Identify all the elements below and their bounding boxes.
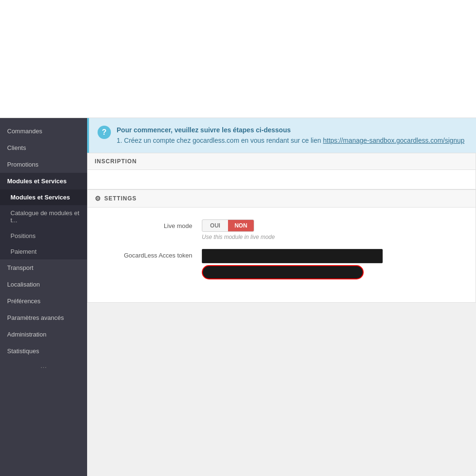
gear-icon: ⚙	[95, 195, 101, 202]
settings-header: ⚙ SETTINGS	[88, 190, 476, 208]
token-input-second[interactable]	[202, 265, 364, 279]
sidebar-item-statistiques[interactable]: Statistiques	[0, 343, 87, 359]
sidebar-subitem-positions[interactable]: Positions	[0, 228, 87, 244]
toggle-non-button[interactable]: NON	[228, 220, 254, 231]
live-mode-hint: Use this module in live mode	[202, 234, 466, 240]
sidebar-item-promotions[interactable]: Promotions	[0, 156, 87, 173]
info-banner: ? Pour commencer, veuillez suivre les ét…	[87, 118, 476, 153]
toggle-oui-button[interactable]: OUI	[202, 220, 228, 231]
live-mode-label: Live mode	[97, 219, 192, 229]
sidebar-item-transport[interactable]: Transport	[0, 259, 87, 276]
settings-panel: ⚙ SETTINGS Live mode OUI NON	[87, 189, 476, 303]
sidebar-item-clients[interactable]: Clients	[0, 139, 87, 156]
sidebar-item-parametres-avances[interactable]: Paramètres avancés	[0, 309, 87, 326]
live-mode-controls: OUI NON Use this module in live mode	[202, 219, 466, 240]
token-input-area	[202, 249, 383, 279]
token-controls	[202, 249, 466, 279]
sidebar-more-indicator: ···	[0, 359, 87, 376]
signup-link[interactable]: https://manage-sandbox.gocardless.com/si…	[323, 137, 464, 144]
top-header-area	[0, 0, 476, 118]
inscription-body	[88, 170, 476, 189]
token-input-field[interactable]	[202, 249, 383, 263]
live-mode-row: Live mode OUI NON Use this module in liv…	[97, 219, 466, 240]
info-text: Pour commencer, veuillez suivre les étap…	[117, 125, 465, 146]
sidebar-item-preferences[interactable]: Préférences	[0, 293, 87, 309]
sidebar-item-modules-services[interactable]: Modules et Services	[0, 173, 87, 189]
token-label: GocardLess Acces token	[97, 249, 192, 259]
info-icon: ?	[98, 126, 111, 139]
live-mode-toggle[interactable]: OUI NON	[202, 219, 254, 232]
token-row: GocardLess Acces token	[97, 249, 466, 279]
sidebar-item-localisation[interactable]: Localisation	[0, 276, 87, 293]
settings-body: Live mode OUI NON Use this module in liv…	[88, 208, 476, 302]
sidebar-item-commandes[interactable]: Commandes	[0, 123, 87, 139]
sidebar-item-administration[interactable]: Administration	[0, 326, 87, 343]
sidebar-subitem-modules-services[interactable]: Modules et Services	[0, 189, 87, 205]
inscription-header: INSCRIPTION	[88, 153, 476, 170]
inscription-panel: INSCRIPTION	[87, 153, 476, 189]
sidebar-subitem-paiement[interactable]: Paiement	[0, 244, 87, 259]
main-content: ? Pour commencer, veuillez suivre les ét…	[87, 118, 476, 476]
sidebar: Commandes Clients Promotions Modules et …	[0, 118, 87, 476]
sidebar-subitem-catalogue[interactable]: Catalogue de modules et t...	[0, 205, 87, 228]
